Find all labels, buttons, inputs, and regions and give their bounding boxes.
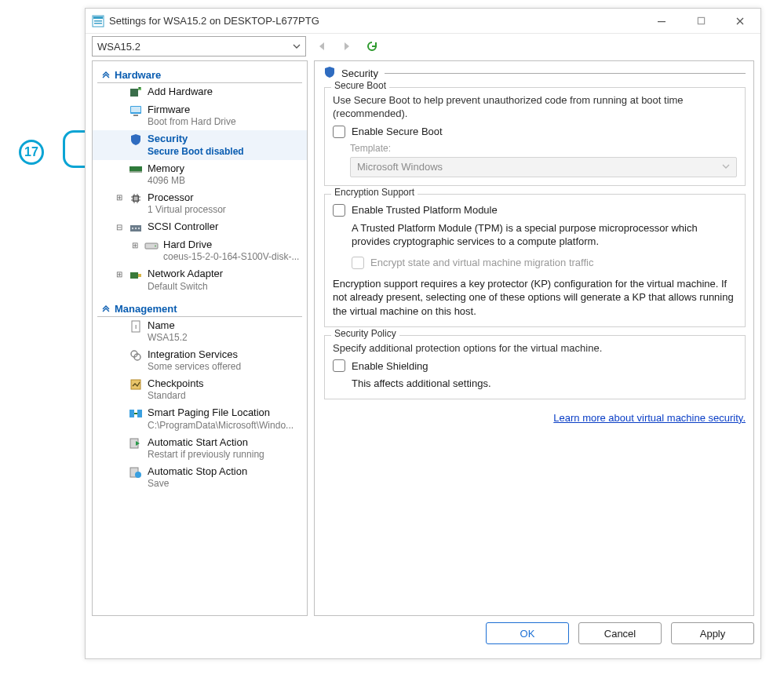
group-secure-boot: Secure Boot Use Secure Boot to help prev… <box>324 87 746 186</box>
tree-item-add-hardware[interactable]: Add Hardware <box>93 83 307 101</box>
hard-drive-icon <box>144 239 159 252</box>
category-label: Hardware <box>115 69 161 81</box>
window-close-button[interactable] <box>723 9 757 33</box>
checkbox-label: Enable Trusted Platform Module <box>352 204 498 216</box>
svg-rect-11 <box>129 166 142 171</box>
checkbox-label: Encrypt state and virtual machine migrat… <box>370 257 593 268</box>
svg-rect-12 <box>129 171 142 173</box>
tree-item-network[interactable]: ⊞ Network Adapter Default Switch <box>93 265 307 294</box>
template-dropdown[interactable]: Microsoft Windows <box>350 157 737 177</box>
tree-item-auto-stop[interactable]: Automatic Stop Action Save <box>93 463 307 492</box>
enable-shielding-checkbox[interactable]: Enable Shielding <box>333 359 737 372</box>
tree-item-label: Checkpoints <box>148 377 204 390</box>
checkbox-icon <box>333 126 345 138</box>
encryption-note: Encryption support requires a key protec… <box>333 277 737 319</box>
secure-boot-desc: Use Secure Boot to help prevent unauthor… <box>333 94 737 121</box>
encrypt-migration-checkbox: Encrypt state and virtual machine migrat… <box>352 257 737 269</box>
group-security-policy: Security Policy Specify additional prote… <box>324 335 746 399</box>
tree-item-integration[interactable]: Integration Services Some services offer… <box>93 346 307 375</box>
tree-item-scsi[interactable]: ⊟ SCSI Controller <box>93 218 307 236</box>
dropdown-value: Microsoft Windows <box>357 161 443 173</box>
checkbox-label: Enable Secure Boot <box>352 126 443 137</box>
dialog-buttons: OK Cancel Apply <box>92 622 754 651</box>
svg-rect-10 <box>133 115 138 116</box>
category-hardware[interactable]: Hardware <box>97 66 302 83</box>
checkbox-icon <box>352 257 364 269</box>
title-bar: Settings for WSA15.2 on DESKTOP-L677PTG <box>86 9 760 34</box>
tree-item-paging[interactable]: Smart Paging File Location C:\ProgramDat… <box>93 404 307 433</box>
svg-rect-9 <box>131 107 140 112</box>
window-maximize-button[interactable] <box>684 9 718 33</box>
vm-selector[interactable]: WSA15.2 <box>92 36 306 56</box>
svg-rect-2 <box>94 20 102 22</box>
chevron-down-icon <box>722 161 730 173</box>
tree-item-sub: coeus-15-2-0-164-S100V-disk-... <box>163 251 299 263</box>
group-legend: Encryption Support <box>331 187 418 198</box>
settings-window: Settings for WSA15.2 on DESKTOP-L677PTG … <box>85 8 761 659</box>
checkbox-icon <box>333 359 345 372</box>
tree-item-auto-start[interactable]: Automatic Start Action Restart if previo… <box>93 434 307 463</box>
enable-secure-boot-checkbox[interactable]: Enable Secure Boot <box>333 126 737 138</box>
group-legend: Secure Boot <box>331 80 389 91</box>
apply-button[interactable]: Apply <box>671 622 754 644</box>
svg-point-16 <box>132 228 133 229</box>
tree-item-sub: 4096 MB <box>148 175 185 187</box>
cpu-icon <box>129 192 143 205</box>
svg-rect-14 <box>134 196 138 200</box>
svg-rect-28 <box>129 410 134 417</box>
tree-item-firmware[interactable]: Firmware Boot from Hard Drive <box>93 101 307 130</box>
tree-item-label: Name <box>148 319 188 332</box>
collapse-icon[interactable]: ⊟ <box>115 222 124 231</box>
tree-item-processor[interactable]: ⊞ Processor 1 Virtual processor <box>93 189 307 218</box>
tpm-description: A Trusted Platform Module (TPM) is a spe… <box>352 221 737 249</box>
svg-rect-29 <box>137 410 142 417</box>
tree-item-sub: Some services offered <box>148 361 241 373</box>
enable-tpm-checkbox[interactable]: Enable Trusted Platform Module <box>333 204 737 217</box>
detail-header: Security <box>341 67 378 79</box>
svg-rect-3 <box>94 23 102 24</box>
window-minimize-button[interactable] <box>644 9 679 33</box>
nav-forward-button[interactable] <box>337 37 356 56</box>
svg-point-18 <box>138 228 140 229</box>
window-icon <box>92 15 104 27</box>
services-icon <box>129 349 143 362</box>
nav-back-button[interactable] <box>312 37 331 56</box>
group-legend: Security Policy <box>331 328 399 339</box>
tree-item-label: Smart Paging File Location <box>148 406 294 419</box>
expand-icon[interactable]: ⊞ <box>115 193 124 202</box>
auto-stop-icon <box>129 466 143 479</box>
tree-item-security[interactable]: Security Secure Boot disabled <box>93 130 307 159</box>
svg-text:I: I <box>135 323 137 330</box>
settings-tree[interactable]: Hardware Add Hardware Firmware <box>92 60 308 616</box>
collapse-icon <box>102 303 110 315</box>
checkbox-label: Enable Shielding <box>352 360 428 372</box>
tree-item-checkpoints[interactable]: Checkpoints Standard <box>93 375 307 404</box>
tree-item-name[interactable]: I Name WSA15.2 <box>93 317 307 346</box>
svg-rect-6 <box>130 89 138 97</box>
tree-item-sub: Standard <box>148 390 204 402</box>
tree-item-label: Processor <box>148 191 226 204</box>
learn-more-link[interactable]: Learn more about virtual machine securit… <box>553 412 746 424</box>
tree-item-hard-drive[interactable]: ⊞ Hard Drive coeus-15-2-0-164-S100V-disk… <box>93 236 307 265</box>
template-label: Template: <box>350 143 737 154</box>
cancel-button[interactable]: Cancel <box>578 622 662 644</box>
ok-button[interactable]: OK <box>486 622 569 644</box>
firmware-icon <box>129 104 143 117</box>
tree-item-label: Memory <box>148 162 185 175</box>
expand-icon[interactable]: ⊞ <box>115 269 124 279</box>
tree-item-label: Integration Services <box>148 348 241 361</box>
network-adapter-icon <box>129 268 143 281</box>
refresh-button[interactable] <box>363 37 381 56</box>
svg-point-20 <box>155 246 156 247</box>
tree-item-memory[interactable]: Memory 4096 MB <box>93 160 307 189</box>
collapse-icon <box>102 69 110 81</box>
svg-rect-5 <box>698 17 704 24</box>
tree-item-sub: Boot from Hard Drive <box>148 116 236 128</box>
tree-item-label: Firmware <box>148 104 236 116</box>
category-management[interactable]: Management <box>97 300 302 317</box>
toolbar: WSA15.2 <box>86 34 760 60</box>
add-hardware-icon <box>129 86 143 99</box>
chevron-down-icon <box>293 41 301 53</box>
expand-icon[interactable]: ⊞ <box>130 240 140 250</box>
shielding-note: This affects additional settings. <box>352 377 737 391</box>
